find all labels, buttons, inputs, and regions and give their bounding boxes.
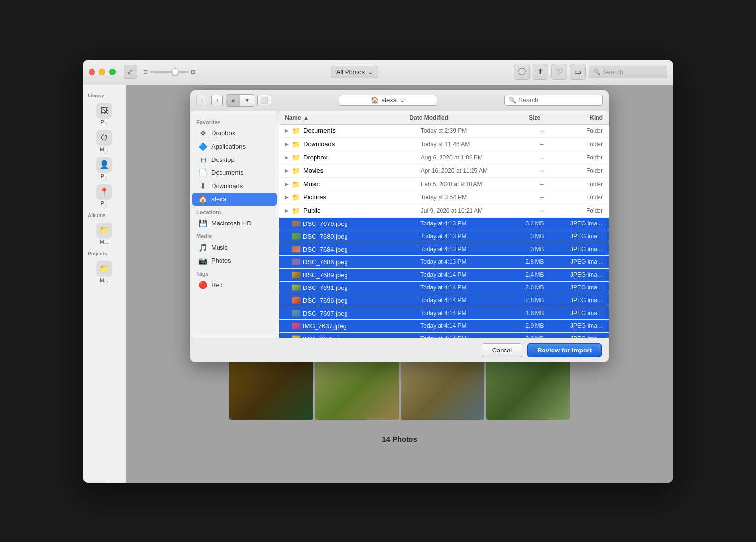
table-row[interactable]: ▶ 📁 Documents Today at 2:39 PM -- Folder bbox=[279, 125, 609, 138]
table-row[interactable]: DSC_7689.jpeg Today at 4:14 PM 2.4 MB JP… bbox=[279, 269, 609, 282]
review-for-import-button[interactable]: Review for Import bbox=[527, 343, 602, 357]
table-row[interactable]: DSC_7684.jpeg Today at 4:13 PM 3 MB JPEG… bbox=[279, 243, 609, 256]
share-button[interactable]: ⬆ bbox=[533, 64, 548, 80]
folder-arrow-icon: ▶ bbox=[285, 181, 291, 187]
table-row[interactable]: ▶ 📁 Movies Apr 16, 2020 at 11:25 AM -- F… bbox=[279, 164, 609, 178]
search-bar[interactable]: 🔍 Search bbox=[589, 66, 667, 78]
file-kind: JPEG ima… bbox=[544, 258, 603, 265]
location-label: alexa bbox=[381, 96, 397, 104]
favorite-button[interactable]: ♡ bbox=[551, 64, 567, 80]
table-row[interactable]: ▶ 📁 Music Feb 5, 2020 at 9:10 AM -- Fold… bbox=[279, 178, 609, 191]
file-kind: JPEG ima… bbox=[544, 271, 603, 278]
folder-arrow-icon: ▶ bbox=[285, 141, 291, 147]
picker-search-input[interactable] bbox=[518, 96, 598, 104]
file-date: Today at 4:14 PM bbox=[420, 297, 508, 304]
file-size: 3 MB bbox=[509, 246, 544, 253]
image-thumbnail bbox=[292, 310, 301, 317]
zoom-out-icon: ⊟ bbox=[143, 69, 148, 75]
col-size-header[interactable]: Size bbox=[503, 114, 540, 121]
sidebar-item-desktop[interactable]: 🖥 Desktop bbox=[192, 154, 277, 166]
zoom-thumb[interactable] bbox=[172, 68, 179, 75]
table-row[interactable]: ▶ 📁 Pictures Today at 3:54 PM -- Folder bbox=[279, 191, 609, 204]
sidebar-item-people[interactable]: 👤 P... bbox=[85, 155, 124, 181]
sidebar-item-dropbox[interactable]: ❖ Dropbox bbox=[192, 127, 277, 140]
table-row[interactable]: DSC_7686.jpeg Today at 4:13 PM 2.8 MB JP… bbox=[279, 256, 609, 269]
file-picker-dialog: ‹ › ≡ ▾ bbox=[190, 90, 609, 362]
col-date-header[interactable]: Date Modified bbox=[410, 114, 503, 121]
sidebar-item-photos-media[interactable]: 📷 Photos bbox=[192, 255, 277, 267]
sidebar-item-memories[interactable]: ⏱ M... bbox=[85, 128, 124, 154]
file-name: Documents bbox=[303, 127, 421, 134]
table-row[interactable]: DSC_7697.jpeg Today at 4:14 PM 1.6 MB JP… bbox=[279, 307, 609, 320]
forward-button[interactable]: › bbox=[211, 95, 223, 106]
back-button[interactable]: ‹ bbox=[196, 95, 208, 106]
sidebar-item-macintosh-hd[interactable]: 💾 Macintosh HD bbox=[192, 217, 277, 230]
sidebar-item-projects[interactable]: 📁 M... bbox=[85, 259, 124, 285]
table-row[interactable]: IMG_7637.jpeg Today at 4:14 PM 2.9 MB JP… bbox=[279, 320, 609, 333]
file-kind: JPEG ima… bbox=[544, 310, 603, 317]
albums-icon: 📁 bbox=[96, 223, 112, 238]
table-row[interactable]: DSC_7691.jpeg Today at 4:14 PM 2.6 MB JP… bbox=[279, 282, 609, 294]
close-button[interactable] bbox=[89, 69, 95, 75]
table-row[interactable]: DSC_7680.jpeg Today at 4:13 PM 3 MB JPEG… bbox=[279, 230, 609, 243]
file-kind: Folder bbox=[544, 128, 603, 134]
cancel-button[interactable]: Cancel bbox=[482, 343, 522, 357]
file-size: -- bbox=[509, 141, 544, 148]
col-name-header[interactable]: Name ▲ bbox=[285, 114, 410, 121]
downloads-icon: ⬇ bbox=[198, 182, 207, 191]
minimize-button[interactable] bbox=[99, 69, 105, 75]
file-kind: JPEG ima… bbox=[544, 220, 603, 227]
downloads-label: Downloads bbox=[211, 182, 243, 190]
file-size: -- bbox=[509, 154, 544, 161]
photos-content: 14 Photos ‹ › ≡ bbox=[126, 85, 673, 483]
options-view-icon: ▾ bbox=[246, 97, 249, 104]
options-view-button[interactable]: ▾ bbox=[240, 95, 254, 106]
sidebar-item-alexa[interactable]: 🏠 alexa bbox=[192, 193, 277, 206]
file-date: Today at 4:14 PM bbox=[420, 284, 508, 291]
table-row[interactable]: ▶ 📁 Public Jul 9, 2020 at 10:21 AM -- Fo… bbox=[279, 204, 609, 218]
sidebar-item-downloads[interactable]: ⬇ Downloads bbox=[192, 180, 277, 192]
image-thumbnail bbox=[292, 322, 301, 329]
maximize-button[interactable] bbox=[109, 69, 116, 75]
slideshow-button[interactable]: ▭ bbox=[570, 64, 586, 80]
chevron-icon: ⌄ bbox=[400, 96, 405, 104]
sidebar-item-albums[interactable]: 📁 M... bbox=[85, 221, 124, 247]
file-size: -- bbox=[509, 181, 544, 188]
folder-icon: 📁 bbox=[292, 180, 300, 188]
all-photos-dropdown[interactable]: All Photos ⌄ bbox=[331, 66, 379, 78]
table-row[interactable]: ▶ 📁 Downloads Today at 11:46 AM -- Folde… bbox=[279, 138, 609, 151]
sidebar-item-applications[interactable]: 🔷 Applications bbox=[192, 140, 277, 153]
list-view-icon: ≡ bbox=[231, 97, 235, 104]
new-folder-button[interactable]: ⬜ bbox=[257, 95, 271, 106]
file-kind: Folder bbox=[544, 194, 603, 201]
camera-icon: 📷 bbox=[198, 256, 207, 265]
sidebar-item-music[interactable]: 🎵 Music bbox=[192, 241, 277, 254]
sidebar-item-red-tag[interactable]: 🔴 Red bbox=[192, 279, 277, 291]
table-row[interactable]: DSC_7696.jpeg Today at 4:14 PM 2.8 MB JP… bbox=[279, 294, 609, 307]
file-date: Today at 3:54 PM bbox=[421, 194, 509, 201]
file-date: Today at 11:46 AM bbox=[421, 141, 509, 148]
window: ⤢ ⊟ ⊞ All Photos ⌄ ⓘ ⬆ ♡ ▭ 🔍 Search bbox=[83, 60, 673, 483]
file-size: 2.8 MB bbox=[509, 258, 544, 265]
file-date: Today at 4:14 PM bbox=[420, 322, 508, 329]
picker-search[interactable]: 🔍 bbox=[504, 95, 603, 106]
sidebar-item-places[interactable]: 📍 P... bbox=[85, 182, 124, 208]
table-row[interactable]: DSC_7679.jpeg Today at 4:13 PM 3.2 MB JP… bbox=[279, 218, 609, 230]
location-dropdown: 🏠 alexa ⌄ bbox=[274, 95, 502, 106]
red-tag-icon: 🔴 bbox=[198, 281, 207, 289]
location-select[interactable]: 🏠 alexa ⌄ bbox=[339, 95, 437, 106]
sidebar-item-photos[interactable]: 🖼 P... bbox=[85, 101, 124, 127]
list-view-button[interactable]: ≡ bbox=[226, 95, 240, 106]
sidebar-item-documents[interactable]: 📄 Documents bbox=[192, 166, 277, 179]
col-kind-header[interactable]: Kind bbox=[540, 114, 603, 121]
photos-icon: 🖼 bbox=[96, 103, 112, 119]
file-size: -- bbox=[509, 167, 544, 174]
file-size: -- bbox=[509, 128, 544, 134]
table-row[interactable]: ▶ 📁 Dropbox Aug 6, 2020 at 1:06 PM -- Fo… bbox=[279, 151, 609, 164]
rotate-icon[interactable]: ⤢ bbox=[124, 65, 137, 79]
alexa-icon: 🏠 bbox=[198, 195, 207, 204]
documents-icon: 📄 bbox=[198, 168, 207, 177]
file-kind: Folder bbox=[544, 207, 603, 214]
table-row[interactable]: IMG_7651.jpeg Today at 4:14 PM 3.2 MB JP… bbox=[279, 333, 609, 338]
info-button[interactable]: ⓘ bbox=[514, 64, 530, 80]
